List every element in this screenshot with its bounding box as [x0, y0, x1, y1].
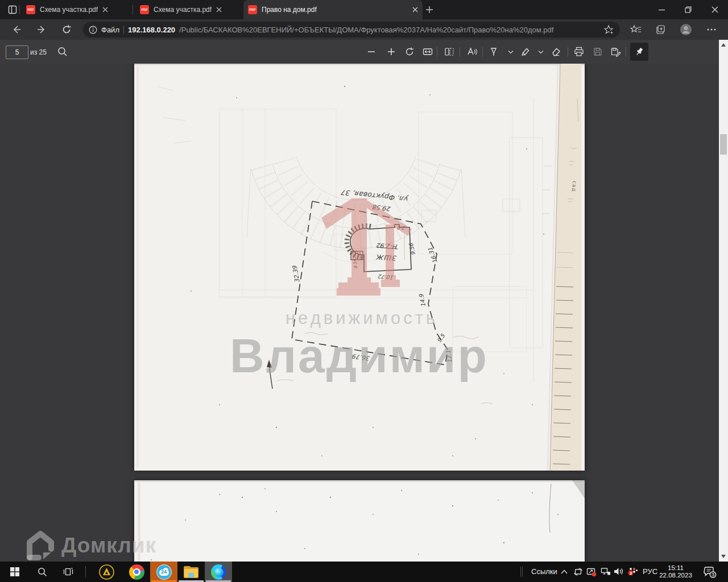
- tab-title: Схема участка.pdf: [154, 6, 212, 14]
- tab-schema-1[interactable]: PDF Схема участка.pdf: [22, 0, 131, 19]
- tray-app-badge-icon[interactable]: 3: [627, 567, 638, 577]
- page-fold-strip: сад: [548, 64, 581, 471]
- taskbar-app-aimp[interactable]: [94, 562, 119, 582]
- rotate-button[interactable]: [404, 46, 415, 57]
- watermark-realty-line2: Владимир: [230, 329, 489, 384]
- minimize-button[interactable]: [648, 0, 675, 19]
- scrollbar-thumb[interactable]: [720, 134, 727, 155]
- domclick-house-icon: [25, 531, 56, 560]
- pdf-file-icon: PDF: [140, 5, 149, 14]
- profile-avatar[interactable]: [677, 21, 694, 38]
- refresh-button[interactable]: [58, 21, 75, 38]
- url-separator: [123, 26, 124, 34]
- tab-separator: [133, 5, 133, 14]
- save-button[interactable]: [592, 46, 603, 57]
- pin-toolbar-button[interactable]: [630, 43, 648, 61]
- tab-schema-2[interactable]: PDF Схема участка.pdf: [135, 0, 241, 19]
- tab-bar: PDF Схема участка.pdf PDF Схема участка.…: [0, 0, 728, 19]
- highlight-button[interactable]: [520, 46, 531, 57]
- clock-time: 15:11: [668, 564, 684, 572]
- page-view-button[interactable]: [444, 46, 455, 57]
- taskbar-app-bitrix24[interactable]: 24: [150, 562, 177, 582]
- links-toolbar-label[interactable]: Ссылки: [531, 567, 557, 576]
- tray-remote-access-icon[interactable]: [586, 567, 597, 577]
- file-explorer-icon: [184, 566, 198, 578]
- start-button[interactable]: [2, 562, 27, 582]
- tab-close-icon[interactable]: [216, 7, 222, 13]
- draw-options-chevron-icon[interactable]: [505, 46, 516, 57]
- erase-button[interactable]: [551, 46, 562, 57]
- page-number-input[interactable]: [6, 45, 28, 59]
- info-icon[interactable]: [89, 26, 97, 34]
- search-document-button[interactable]: [57, 46, 68, 57]
- save-as-button[interactable]: [610, 46, 621, 57]
- search-icon: [38, 567, 47, 577]
- tray-tablet-mode-icon[interactable]: [573, 567, 583, 576]
- building-side-dim: 9.56: [408, 242, 416, 256]
- draw-button[interactable]: [488, 46, 499, 57]
- bitrix24-label: 24: [161, 569, 167, 575]
- forward-button[interactable]: [33, 21, 50, 38]
- tray-volume-icon[interactable]: [613, 567, 624, 576]
- favorites-bar-button[interactable]: [627, 21, 644, 38]
- fit-to-width-button[interactable]: [422, 46, 433, 57]
- tab-pravo-na-dom[interactable]: PDF Право на дом.pdf: [243, 0, 423, 19]
- dim-right-mid: 14.9: [418, 293, 427, 307]
- links-expand-chevron-icon[interactable]: [561, 569, 568, 574]
- zoom-out-button[interactable]: [366, 46, 377, 57]
- add-favorite-icon[interactable]: [603, 24, 614, 35]
- read-aloud-button[interactable]: [466, 46, 478, 57]
- bitrix24-icon: 24: [156, 564, 172, 580]
- pin-icon: [634, 47, 644, 57]
- taskbar-search-button[interactable]: [30, 562, 55, 582]
- tab-close-icon[interactable]: [102, 7, 108, 13]
- taskbar-app-explorer[interactable]: [177, 562, 205, 582]
- svg-text:3: 3: [630, 571, 632, 576]
- pdf-file-icon: PDF: [248, 5, 257, 14]
- blank-scan: [134, 480, 585, 562]
- chrome-icon: [129, 564, 144, 580]
- edge-icon: [211, 564, 226, 580]
- pdf-toolbar: из 25: [0, 40, 719, 64]
- url-scheme-label: Файл: [101, 26, 119, 34]
- settings-menu-button[interactable]: [703, 21, 720, 38]
- scroll-down-arrow[interactable]: [721, 555, 726, 558]
- vertical-scrollbar[interactable]: [719, 40, 728, 562]
- zoom-in-button[interactable]: [386, 46, 397, 57]
- site-plan-drawing: ул. Фруктовая, 37 29.58 32.39 16.31 14.9…: [134, 64, 585, 471]
- taskbar-clock[interactable]: 15:11 22.08.2023: [655, 562, 696, 582]
- restore-button[interactable]: [675, 0, 701, 19]
- notification-center-button[interactable]: 3: [703, 566, 717, 579]
- pdf-file-icon: PDF: [26, 5, 35, 14]
- notification-icon: 3: [703, 566, 717, 579]
- taskbar-divider: [85, 566, 86, 577]
- pdf-viewer: ул. Фруктовая, 37 29.58 32.39 16.31 14.9…: [0, 64, 719, 562]
- task-view-icon: [63, 567, 73, 576]
- taskbar-app-chrome[interactable]: [124, 562, 149, 582]
- collections-button[interactable]: [652, 21, 669, 38]
- tab-title: Схема участка.pdf: [40, 6, 98, 14]
- strip-label: сад: [571, 181, 577, 192]
- tab-close-icon[interactable]: [412, 7, 418, 13]
- url-path: /Public/БАСКАКОВ%20ЕВГЕНИЙ/+ОБЪЕКТЫ/ДОМА…: [179, 26, 599, 34]
- new-tab-button[interactable]: [425, 6, 433, 14]
- url-field[interactable]: Файл 192.168.0.220 /Public/БАСКАКОВ%20ЕВ…: [83, 22, 620, 38]
- back-button[interactable]: [8, 21, 25, 38]
- taskbar-app-edge[interactable]: [205, 562, 232, 582]
- pdf-page-1: ул. Фруктовая, 37 29.58 32.39 16.31 14.9…: [134, 64, 585, 471]
- scroll-up-arrow[interactable]: [721, 43, 726, 47]
- page-count-label: из 25: [30, 48, 47, 56]
- watermark-realty-line1: недвижимость: [286, 308, 438, 329]
- tray-network-icon[interactable]: [601, 567, 611, 576]
- tab-actions-icon[interactable]: [7, 4, 18, 15]
- dim-left: 32.39: [291, 265, 300, 284]
- close-window-button[interactable]: [702, 0, 728, 19]
- tab-separator: [19, 5, 20, 14]
- print-button[interactable]: [573, 46, 585, 57]
- aimp-icon: [99, 564, 114, 580]
- toolbar-separator: [568, 47, 568, 57]
- highlight-options-chevron-icon[interactable]: [535, 46, 547, 57]
- task-view-button[interactable]: [56, 562, 81, 582]
- tray-divider: [522, 567, 523, 577]
- tray-divider: [520, 567, 521, 577]
